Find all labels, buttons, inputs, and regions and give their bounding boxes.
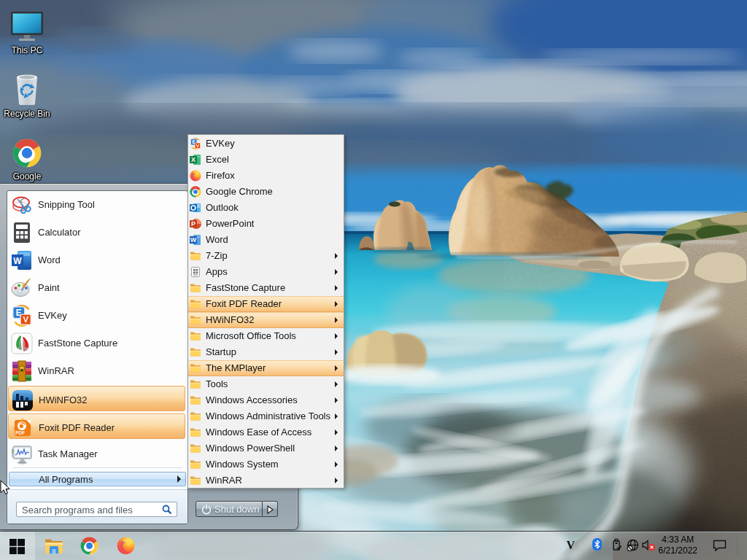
- svg-text:X: X: [191, 156, 196, 163]
- svg-text:PDF: PDF: [15, 430, 25, 435]
- svg-text:V: V: [23, 315, 28, 324]
- svg-text:V: V: [196, 144, 199, 148]
- svg-text:W: W: [190, 236, 197, 244]
- svg-text:W: W: [13, 256, 22, 266]
- svg-text:P: P: [191, 220, 196, 228]
